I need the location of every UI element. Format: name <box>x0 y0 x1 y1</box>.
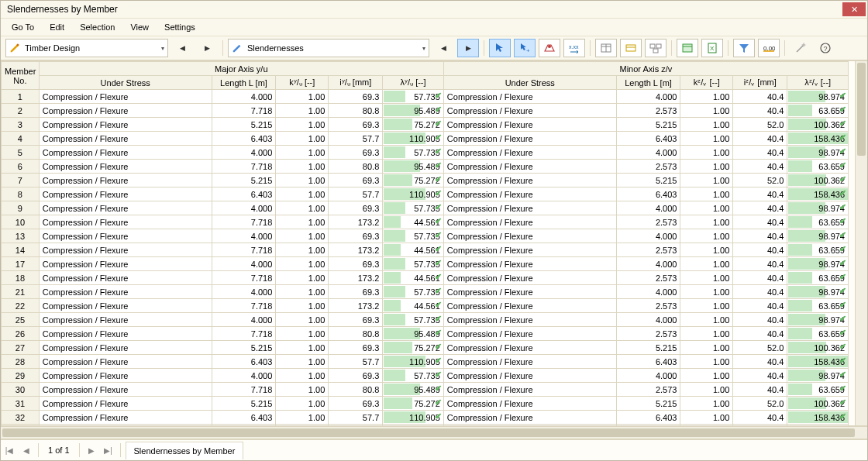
length-y[interactable]: 5.215 <box>212 397 276 411</box>
under-stress-y[interactable]: Compression / Flexure <box>39 90 212 104</box>
length-z[interactable]: 2.573 <box>616 271 680 285</box>
lambda-cell[interactable]: 75.272✔ <box>383 118 444 132</box>
decimal-icon[interactable]: x.xx <box>563 39 585 57</box>
length-y[interactable]: 7.718 <box>212 215 276 229</box>
iz[interactable]: 40.4 <box>733 355 787 369</box>
ky[interactable]: 1.00 <box>276 90 329 104</box>
length-z[interactable]: 2.573 <box>616 104 680 118</box>
iy[interactable]: 80.8 <box>329 104 383 118</box>
iy[interactable]: 69.3 <box>329 146 383 160</box>
lambda-cell[interactable]: 98.974✔ <box>787 90 849 104</box>
iy[interactable]: 69.3 <box>329 90 383 104</box>
lambda-cell[interactable]: 98.974✔ <box>787 369 849 383</box>
iz[interactable]: 52.0 <box>733 174 787 187</box>
kz[interactable]: 1.00 <box>680 257 733 271</box>
under-stress-y[interactable]: Compression / Flexure <box>39 174 212 187</box>
lambda-cell[interactable]: 57.735✔ <box>383 90 444 104</box>
page-prev-button[interactable]: ◀ <box>18 442 35 459</box>
ky[interactable]: 1.00 <box>276 187 329 201</box>
length-z[interactable]: 4.000 <box>616 285 680 299</box>
iz[interactable]: 40.4 <box>733 132 787 146</box>
ky[interactable]: 1.00 <box>276 355 329 369</box>
row-number[interactable]: 1 <box>2 90 40 104</box>
under-stress-y[interactable]: Compression / Flexure <box>39 132 212 146</box>
under-stress-z[interactable]: Compression / Flexure <box>443 104 616 118</box>
iy[interactable]: 57.7 <box>329 187 383 201</box>
col-iz[interactable]: iᶻ/ᵥ [mm] <box>733 76 787 90</box>
length-z[interactable]: 6.403 <box>616 411 680 425</box>
kz[interactable]: 1.00 <box>680 229 733 243</box>
under-stress-z[interactable]: Compression / Flexure <box>443 313 616 327</box>
lambda-cell[interactable]: 57.735✔ <box>383 313 444 327</box>
iz[interactable]: 52.0 <box>733 341 787 355</box>
table-row[interactable]: 7Compression / Flexure5.2151.0069.375.27… <box>2 174 849 187</box>
length-z[interactable]: 5.215 <box>616 118 680 132</box>
iy[interactable]: 173.2 <box>329 243 383 257</box>
row-number[interactable]: 21 <box>2 285 40 299</box>
col-under-stress-z[interactable]: Under Stress <box>443 76 616 90</box>
table-row[interactable]: 25Compression / Flexure4.0001.0069.357.7… <box>2 313 849 327</box>
under-stress-z[interactable]: Compression / Flexure <box>443 355 616 369</box>
table-row[interactable]: 2Compression / Flexure7.7181.0080.895.48… <box>2 104 849 118</box>
under-stress-y[interactable]: Compression / Flexure <box>39 271 212 285</box>
under-stress-z[interactable]: Compression / Flexure <box>443 90 616 104</box>
lambda-cell[interactable]: 57.735✔ <box>383 285 444 299</box>
iy[interactable]: 80.8 <box>329 383 383 397</box>
under-stress-z[interactable]: Compression / Flexure <box>443 285 616 299</box>
iy[interactable]: 57.7 <box>329 355 383 369</box>
iy[interactable]: 57.7 <box>329 411 383 425</box>
iz[interactable]: 40.4 <box>733 229 787 243</box>
table-row[interactable]: 17Compression / Flexure4.0001.0069.357.7… <box>2 257 849 271</box>
page-next-button[interactable]: ▶ <box>83 442 100 459</box>
under-stress-z[interactable]: Compression / Flexure <box>443 243 616 257</box>
under-stress-z[interactable]: Compression / Flexure <box>443 229 616 243</box>
iz[interactable]: 40.4 <box>733 411 787 425</box>
under-stress-z[interactable]: Compression / Flexure <box>443 132 616 146</box>
row-number[interactable]: 10 <box>2 215 40 229</box>
kz[interactable]: 1.00 <box>680 243 733 257</box>
iz[interactable]: 40.4 <box>733 313 787 327</box>
lambda-cell[interactable]: 95.489✔ <box>383 104 444 118</box>
under-stress-z[interactable]: Compression / Flexure <box>443 383 616 397</box>
length-z[interactable]: 2.573 <box>616 243 680 257</box>
length-z[interactable]: 6.403 <box>616 132 680 146</box>
lambda-cell[interactable]: 98.974✔ <box>787 201 849 215</box>
kz[interactable]: 1.00 <box>680 132 733 146</box>
length-z[interactable]: 2.573 <box>616 383 680 397</box>
ky[interactable]: 1.00 <box>276 369 329 383</box>
table-row[interactable]: 10Compression / Flexure7.7181.00173.244.… <box>2 215 849 229</box>
highlight-icon[interactable] <box>539 39 560 57</box>
under-stress-z[interactable]: Compression / Flexure <box>443 257 616 271</box>
lambda-cell[interactable]: 100.362✔ <box>787 341 849 355</box>
iz[interactable]: 40.4 <box>733 327 787 341</box>
under-stress-y[interactable]: Compression / Flexure <box>39 411 212 425</box>
menu-edit[interactable]: Edit <box>43 21 71 33</box>
kz[interactable]: 1.00 <box>680 104 733 118</box>
row-number[interactable]: 4 <box>2 132 40 146</box>
length-z[interactable]: 4.000 <box>616 229 680 243</box>
lambda-cell[interactable]: 95.489✔ <box>383 327 444 341</box>
ky[interactable]: 1.00 <box>276 201 329 215</box>
lambda-cell[interactable]: 110.905✔ <box>383 132 444 146</box>
iz[interactable]: 40.4 <box>733 104 787 118</box>
under-stress-z[interactable]: Compression / Flexure <box>443 215 616 229</box>
kz[interactable]: 1.00 <box>680 397 733 411</box>
ky[interactable]: 1.00 <box>276 215 329 229</box>
vertical-scrollbar[interactable] <box>855 61 867 425</box>
ky[interactable]: 1.00 <box>276 174 329 187</box>
ky[interactable]: 1.00 <box>276 299 329 313</box>
length-y[interactable]: 7.718 <box>212 271 276 285</box>
iy[interactable]: 69.3 <box>329 369 383 383</box>
lambda-cell[interactable]: 44.561✔ <box>383 243 444 257</box>
length-y[interactable]: 4.000 <box>212 90 276 104</box>
lambda-cell[interactable]: 158.436✔ <box>787 411 849 425</box>
row-number[interactable]: 14 <box>2 243 40 257</box>
prev2-button[interactable]: ◀ <box>432 39 454 57</box>
lambda-cell[interactable]: 63.659✔ <box>787 327 849 341</box>
design-selector[interactable]: Timber Design ▾ <box>5 39 168 57</box>
table-row[interactable]: 29Compression / Flexure4.0001.0069.357.7… <box>2 369 849 383</box>
iz[interactable]: 40.4 <box>733 299 787 313</box>
under-stress-y[interactable]: Compression / Flexure <box>39 313 212 327</box>
length-y[interactable]: 5.215 <box>212 341 276 355</box>
lambda-cell[interactable]: 75.272✔ <box>383 174 444 187</box>
